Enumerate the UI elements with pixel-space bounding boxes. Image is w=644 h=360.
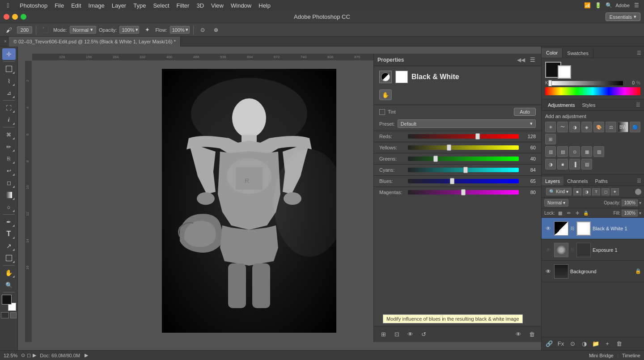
bw-layer-icon[interactable] <box>379 71 392 83</box>
search-menu-icon[interactable]: 🔍 <box>605 1 613 9</box>
vibrance-adj-icon[interactable]: ◈ <box>581 122 592 132</box>
styles-tab[interactable]: Styles <box>580 101 598 110</box>
opacity-input[interactable]: 100% <box>622 199 638 206</box>
magentas-thumb[interactable] <box>461 189 466 195</box>
status-expand-arrow[interactable]: ▶ <box>85 352 88 358</box>
menu-photoshop[interactable]: Photoshop <box>16 0 51 11</box>
filter-adj-icon[interactable]: ◑ <box>583 188 591 195</box>
threshold-adj-icon[interactable]: ▦ <box>581 146 592 157</box>
footer-reset-icon[interactable]: ↺ <box>419 330 428 339</box>
status-info-icon[interactable]: ⊙ <box>21 352 25 358</box>
menu-file[interactable]: File <box>51 0 68 11</box>
channelmixer-adj-icon[interactable]: ⊞ <box>545 134 556 144</box>
flow-value[interactable]: 100% ▾ <box>170 26 190 34</box>
lock-transparency-icon[interactable]: ▩ <box>557 209 564 216</box>
opacity-value[interactable]: 100% ▾ <box>119 26 139 34</box>
eyedropper-tool[interactable]: 𝒊 ◢ <box>2 114 16 126</box>
magentas-slider[interactable] <box>408 190 519 195</box>
footer-delete-icon[interactable]: 🗑 <box>527 330 537 339</box>
new-fill-adj-btn[interactable]: ◑ <box>579 339 589 349</box>
lock-image-icon[interactable]: ✏ <box>565 209 572 216</box>
menu-layer[interactable]: Layer <box>108 0 130 11</box>
gradient-tool[interactable]: ◢ <box>2 189 16 201</box>
crop-tool[interactable]: ⛶ ◢ <box>2 102 16 114</box>
brush-pose-icon[interactable]: ⊕ <box>211 25 221 35</box>
timeline-button[interactable]: Timeline <box>622 353 640 358</box>
invert-adj-icon[interactable]: ◑ <box>545 159 556 169</box>
levels-adj-icon[interactable]: ▥ <box>545 146 556 157</box>
curves-adj-icon[interactable]: 〜 <box>557 122 568 132</box>
posterize-adj-icon[interactable]: ▧ <box>593 146 604 157</box>
minimize-button[interactable] <box>12 14 18 20</box>
greens-slider[interactable] <box>408 157 519 161</box>
filter-smart-icon[interactable]: ✦ <box>611 188 619 195</box>
layer-style-btn[interactable]: Fx <box>556 339 566 349</box>
history-brush-tool[interactable]: ↩ ◢ <box>2 165 16 177</box>
quick-select-tool[interactable]: ⊿ ◢ <box>2 87 16 99</box>
photofilter-adj-icon[interactable]: 🔵 <box>630 122 640 132</box>
reds-thumb[interactable] <box>475 133 480 140</box>
tab-close-icon[interactable]: × <box>2 37 9 47</box>
k-thumb[interactable] <box>548 80 552 86</box>
channels-tab-btn[interactable]: Channels <box>564 177 591 186</box>
brightness-adj-icon[interactable]: ☀ <box>545 122 556 132</box>
maximize-button[interactable] <box>21 14 26 20</box>
layer-exposure1[interactable]: 👁 ⛓ Exposure 1 <box>542 239 644 261</box>
text-tool[interactable]: T ◢ <box>2 228 16 240</box>
kind-dropdown[interactable]: 🔍 Kind ▾ <box>546 188 572 195</box>
solidcolor-adj-icon[interactable]: ■ <box>557 159 568 169</box>
footer-visibility-icon[interactable]: 👁 <box>405 330 415 339</box>
layer-bg-visibility[interactable]: 👁 <box>544 268 552 275</box>
marquee-tool[interactable]: ◢ <box>2 63 16 75</box>
quick-mask-icon[interactable] <box>1 312 9 318</box>
screen-mode-icon[interactable] <box>10 312 17 318</box>
essentials-dropdown[interactable]: Essentials ▾ <box>606 13 640 21</box>
brush-tool[interactable]: ✏ ◢ <box>2 141 16 152</box>
filter-shape-icon[interactable]: ◻ <box>602 188 610 195</box>
fill-input[interactable]: 100% <box>622 210 638 216</box>
swatches-tab[interactable]: Swatches <box>563 49 593 58</box>
lock-position-icon[interactable]: ✛ <box>574 209 581 216</box>
new-group-btn[interactable]: 📁 <box>591 339 601 349</box>
layers-menu-btn[interactable]: ☰ <box>634 176 644 186</box>
greens-thumb[interactable] <box>433 156 438 162</box>
footer-effects-icon[interactable]: ⊞ <box>378 330 388 339</box>
hand-tool[interactable]: ✋ ◢ <box>2 267 16 279</box>
colorbalance-adj-icon[interactable]: ⚖ <box>606 122 616 132</box>
tint-checkbox[interactable] <box>379 109 385 115</box>
selective-adj-icon[interactable]: ⊙ <box>569 146 580 157</box>
rectangle-tool[interactable]: ◢ <box>2 252 16 264</box>
pressure-icon[interactable]: ⊙ <box>197 25 208 35</box>
layer-exposure1-visibility[interactable]: 👁 <box>544 247 552 253</box>
color-panel-menu[interactable]: ☰ <box>634 48 644 58</box>
blues-slider[interactable] <box>408 179 519 183</box>
delete-layer-btn[interactable]: 🗑 <box>614 339 624 349</box>
pen-tool[interactable]: ✒ ◢ <box>2 216 16 228</box>
auto-button[interactable]: Auto <box>514 108 536 116</box>
menu-type[interactable]: Type <box>130 0 149 11</box>
document-tab[interactable]: © 02–03_Trevor606-Edit.psd @ 12.5% (Blac… <box>9 37 181 47</box>
properties-expand-btn[interactable]: ◀◀ <box>517 57 525 63</box>
menu-window[interactable]: Window <box>227 0 255 11</box>
preset-dropdown[interactable]: Default ▾ <box>398 119 536 128</box>
menu-edit[interactable]: Edit <box>68 0 85 11</box>
lock-all-icon[interactable]: 🔒 <box>582 209 589 216</box>
gradientmap-adj-icon[interactable]: ▤ <box>557 146 568 157</box>
lasso-tool[interactable]: ⌇ ◢ <box>2 75 16 87</box>
exposure-adj-icon[interactable]: ◑ <box>569 122 580 132</box>
close-button[interactable] <box>4 14 9 20</box>
layer-background[interactable]: 👁 Background 🔒 <box>542 261 644 282</box>
filter-toggle[interactable] <box>635 189 641 195</box>
filter-type-icon[interactable]: T <box>592 188 600 195</box>
blend-mode-dropdown[interactable]: Normal ▾ <box>544 199 568 207</box>
yellows-thumb[interactable] <box>447 144 451 151</box>
menu-select[interactable]: Select <box>149 0 173 11</box>
add-mask-btn[interactable]: ⊙ <box>568 339 577 349</box>
yellows-slider[interactable] <box>408 145 519 150</box>
airbrush-icon[interactable]: ✦ <box>142 25 153 35</box>
bw-adj-icon[interactable]: BW <box>618 122 628 132</box>
status-proof-icon[interactable]: ◻ <box>27 352 31 358</box>
apple-menu[interactable]:  <box>4 2 13 9</box>
adjustments-tab[interactable]: Adjustments <box>545 101 578 110</box>
link-layers-btn[interactable]: 🔗 <box>544 339 554 349</box>
